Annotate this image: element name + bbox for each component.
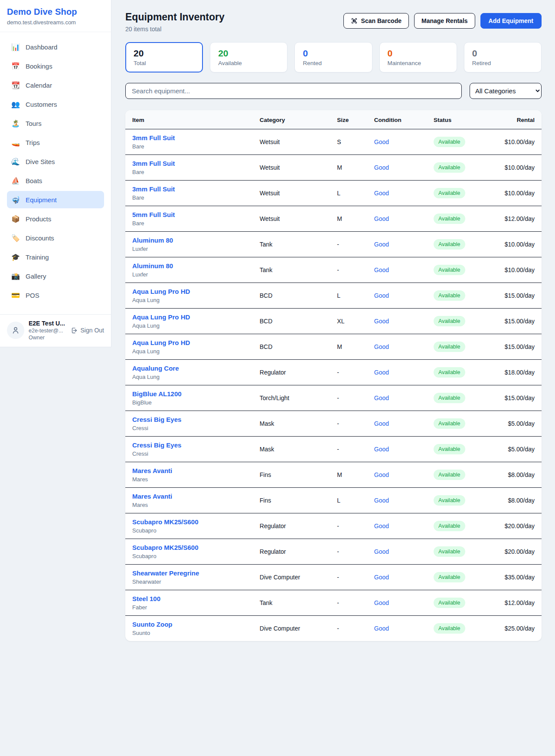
item-name-link[interactable]: Aluminum 80: [132, 262, 173, 270]
item-size: -: [330, 257, 367, 283]
condition-link[interactable]: Good: [374, 241, 389, 248]
calendar-icon: 📆: [11, 81, 20, 89]
stat-label: Maintenance: [388, 60, 449, 66]
item-name-link[interactable]: Mares Avanti: [132, 467, 172, 474]
table-row: Mares AvantiMaresFinsLGoodAvailable$8.00…: [125, 488, 542, 513]
status-badge: Available: [434, 444, 465, 454]
stat-value: 0: [472, 48, 533, 59]
condition-link[interactable]: Good: [374, 394, 389, 401]
rental-price: $10.00/day: [496, 181, 542, 206]
stat-card-retired[interactable]: 0Retired: [464, 42, 542, 72]
item-name-link[interactable]: BigBlue AL1200: [132, 390, 182, 398]
equipment-table: ItemCategorySizeConditionStatusRental 3m…: [125, 110, 542, 641]
item-name-link[interactable]: Suunto Zoop: [132, 621, 172, 628]
item-category: BCD: [253, 334, 330, 360]
item-name-link[interactable]: 3mm Full Suit: [132, 185, 175, 193]
header-actions: Scan Barcode Manage Rentals Add Equipmen…: [343, 13, 542, 29]
condition-link[interactable]: Good: [374, 574, 389, 581]
condition-link[interactable]: Good: [374, 318, 389, 325]
search-input[interactable]: [125, 83, 462, 99]
stat-card-available[interactable]: 20Available: [210, 42, 287, 72]
condition-link[interactable]: Good: [374, 471, 389, 478]
table-row: Aluminum 80LuxferTank-GoodAvailable$10.0…: [125, 232, 542, 257]
sidebar-item-pos[interactable]: 💳POS: [7, 286, 104, 304]
item-name-link[interactable]: Aluminum 80: [132, 237, 173, 244]
sidebar-item-products[interactable]: 📦Products: [7, 210, 104, 227]
item-name-link[interactable]: Scubapro MK25/S600: [132, 518, 199, 526]
sidebar-item-dashboard[interactable]: 📊Dashboard: [7, 38, 104, 56]
sidebar-item-dive-sites[interactable]: 🌊Dive Sites: [7, 153, 104, 170]
item-category: Mask: [253, 437, 330, 462]
sidebar-item-equipment[interactable]: 🤿Equipment: [7, 191, 104, 208]
scan-barcode-button[interactable]: Scan Barcode: [343, 13, 409, 29]
item-name-link[interactable]: 3mm Full Suit: [132, 160, 175, 167]
condition-link[interactable]: Good: [374, 215, 389, 222]
add-equipment-button[interactable]: Add Equipment: [480, 13, 542, 29]
item-name-link[interactable]: 5mm Full Suit: [132, 211, 175, 218]
condition-link[interactable]: Good: [374, 190, 389, 197]
stat-label: Total: [134, 60, 195, 66]
condition-link[interactable]: Good: [374, 164, 389, 171]
category-select[interactable]: All Categories: [470, 83, 542, 99]
condition-link[interactable]: Good: [374, 497, 389, 504]
item-name-link[interactable]: Steel 100: [132, 595, 160, 602]
rental-price: $8.00/day: [496, 462, 542, 488]
sidebar-item-tours[interactable]: 🏝️Tours: [7, 115, 104, 132]
sidebar-item-calendar[interactable]: 📆Calendar: [7, 76, 104, 94]
condition-link[interactable]: Good: [374, 625, 389, 632]
item-category: BCD: [253, 283, 330, 309]
stat-card-total[interactable]: 20Total: [125, 42, 203, 72]
sidebar-item-discounts[interactable]: 🏷️Discounts: [7, 229, 104, 247]
sidebar-item-bookings[interactable]: 📅Bookings: [7, 57, 104, 75]
condition-link[interactable]: Good: [374, 343, 389, 350]
item-category: Wetsuit: [253, 129, 330, 155]
condition-link[interactable]: Good: [374, 266, 389, 273]
page-title: Equipment Inventory: [125, 11, 225, 23]
bookings-icon: 📅: [11, 62, 20, 70]
item-brand: Cressi: [132, 450, 246, 457]
sidebar-item-training[interactable]: 🎓Training: [7, 248, 104, 266]
sidebar-item-label: Products: [26, 215, 51, 223]
condition-link[interactable]: Good: [374, 599, 389, 606]
sidebar-item-boats[interactable]: ⛵Boats: [7, 172, 104, 189]
item-name-link[interactable]: Cressi Big Eyes: [132, 441, 181, 449]
item-brand: Aqua Lung: [132, 348, 246, 355]
stat-card-maintenance[interactable]: 0Maintenance: [379, 42, 457, 72]
sign-out-button[interactable]: Sign Out: [71, 327, 104, 334]
condition-link[interactable]: Good: [374, 138, 389, 145]
item-name-link[interactable]: Aqualung Core: [132, 365, 179, 372]
stat-label: Available: [218, 60, 279, 66]
item-name-link[interactable]: Mares Avanti: [132, 493, 172, 500]
item-name-link[interactable]: 3mm Full Suit: [132, 134, 175, 141]
condition-link[interactable]: Good: [374, 420, 389, 427]
sidebar-item-gallery[interactable]: 📸Gallery: [7, 267, 104, 285]
barcode-scan-icon: [351, 17, 358, 24]
stat-label: Retired: [472, 60, 533, 66]
item-name-link[interactable]: Scubapro MK25/S600: [132, 544, 199, 551]
sidebar-item-trips[interactable]: 🚤Trips: [7, 134, 104, 151]
rental-price: $35.00/day: [496, 565, 542, 590]
item-name-link[interactable]: Shearwater Peregrine: [132, 569, 199, 577]
condition-link[interactable]: Good: [374, 292, 389, 299]
item-name-link[interactable]: Aqua Lung Pro HD: [132, 288, 190, 295]
sidebar-item-customers[interactable]: 👥Customers: [7, 95, 104, 113]
table-row: Suunto ZoopSuuntoDive Computer-GoodAvail…: [125, 616, 542, 641]
condition-link[interactable]: Good: [374, 446, 389, 453]
item-size: M: [330, 206, 367, 232]
condition-link[interactable]: Good: [374, 523, 389, 529]
item-brand: Aqua Lung: [132, 297, 246, 303]
condition-link[interactable]: Good: [374, 369, 389, 376]
status-badge: Available: [434, 239, 465, 250]
manage-rentals-button[interactable]: Manage Rentals: [414, 13, 475, 29]
table-row: Cressi Big EyesCressiMask-GoodAvailable$…: [125, 437, 542, 462]
condition-link[interactable]: Good: [374, 548, 389, 555]
stat-card-rented[interactable]: 0Rented: [294, 42, 372, 72]
item-name-link[interactable]: Cressi Big Eyes: [132, 416, 181, 423]
item-name-link[interactable]: Aqua Lung Pro HD: [132, 339, 190, 346]
dive-sites-icon: 🌊: [11, 158, 20, 166]
item-brand: Aqua Lung: [132, 322, 246, 329]
rental-price: $20.00/day: [496, 539, 542, 565]
item-name-link[interactable]: Aqua Lung Pro HD: [132, 313, 190, 321]
item-category: Wetsuit: [253, 155, 330, 181]
table-row: Scubapro MK25/S600ScubaproRegulator-Good…: [125, 539, 542, 565]
